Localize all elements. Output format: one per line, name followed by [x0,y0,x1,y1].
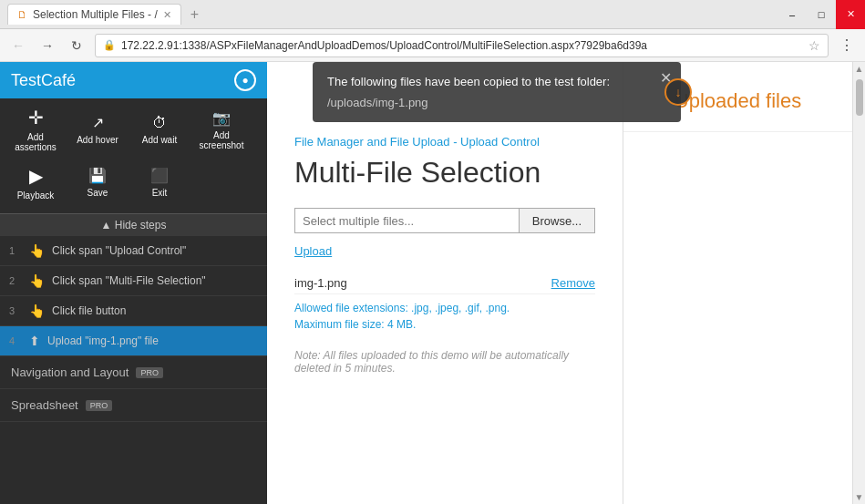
add-hover-label: Add hover [77,135,118,145]
step-text-3: Click file button [52,304,258,317]
hide-steps-label: ▲ Hide steps [101,219,167,231]
logo-bold: Test [11,71,41,89]
browser-window: 🗋 Selection Multiple Files - / ✕ + – □ ✕… [0,0,865,504]
step-item-1[interactable]: 1 👆 Click span "Upload Control" [0,236,267,266]
add-screenshot-label: Add screenshot [191,130,252,150]
menu-icon[interactable]: ⋮ [836,35,858,57]
tab-close-icon[interactable]: ✕ [163,9,171,21]
back-button[interactable]: ← [7,35,29,57]
add-hover-button[interactable]: ↗ Add hover [67,104,128,155]
browse-button[interactable]: Browse... [520,208,595,233]
page-inner: File Manager and File Upload - Upload Co… [267,117,623,393]
scroll-down-arrow[interactable]: ▼ [853,490,865,504]
nav-layout-label: Navigation and Layout [11,365,129,379]
step-icon-3: 👆 [29,303,45,318]
file-input-row: Browse... [294,208,595,233]
toolbar: ✛ Add assertions ↗ Add hover ⏱ Add wait … [0,98,267,213]
hide-steps-button[interactable]: ▲ Hide steps [0,213,267,236]
close-button[interactable]: ✕ [836,0,865,29]
add-screenshot-button[interactable]: 📷 Add screenshot [191,104,252,155]
allowed-ext-label: Allowed file extensions: [294,302,408,314]
step-text-4: Upload "img-1.png" file [47,334,258,347]
upload-link[interactable]: Upload [294,244,595,258]
allowed-extensions: Allowed file extensions: .jpg, .jpeg, .g… [294,302,595,314]
main-content: TestCafé ● ✛ Add assertions ↗ Add hover … [0,62,865,504]
new-tab-btn[interactable]: + [185,6,204,23]
file-select-input[interactable] [294,208,520,233]
save-label: Save [88,188,108,198]
save-icon: 💾 [88,167,107,184]
notification-icon: ↓ [664,78,692,106]
extensions-values: .jpg, .jpeg, .gif, .png. [411,302,510,314]
tab-title: Selection Multiple Files - / [33,8,158,21]
sidebar: TestCafé ● ✛ Add assertions ↗ Add hover … [0,62,267,504]
page-right-wrapper: ✕ The following files have been copied t… [267,62,865,504]
step-item-2[interactable]: 2 👆 Click span "Multi-File Selection" [0,266,267,296]
sidebar-record-indicator: ● [234,69,256,91]
step-num-3: 3 [9,305,22,316]
vertical-scrollbar[interactable]: ▲ ▼ [852,62,865,504]
step-item-4[interactable]: 4 ⬆ Upload "img-1.png" file [0,326,267,356]
add-wait-label: Add wait [142,135,177,145]
step-icon-1: 👆 [29,243,45,258]
add-hover-icon: ↗ [92,114,104,131]
reload-button[interactable]: ↻ [66,35,88,57]
step-icon-4: ⬆ [29,334,40,348]
bookmark-icon[interactable]: ☆ [808,38,820,53]
address-bar: ← → ↻ 🔒 172.22.2.91:1338/ASPxFileManager… [0,29,865,62]
add-assertions-icon: ✛ [28,107,44,129]
sidebar-header: TestCafé ● [0,62,267,98]
note-text: Note: All files uploaded to this demo wi… [294,349,595,375]
add-wait-button[interactable]: ⏱ Add wait [129,104,190,155]
save-button[interactable]: 💾 Save [67,157,128,208]
scroll-thumb[interactable] [856,79,863,116]
playback-label: Playback [17,190,55,201]
step-icon-2: 👆 [29,273,45,288]
max-size: Maximum file size: 4 MB. [294,318,595,331]
exit-label: Exit [152,188,168,198]
notification-path: /uploads/img-1.png [327,96,666,109]
step-num-2: 2 [9,275,22,286]
exit-button[interactable]: ⬛ Exit [129,157,190,208]
page-area: File Manager and File Upload - Upload Co… [267,62,623,504]
remove-link[interactable]: Remove [551,276,595,290]
step-item-3[interactable]: 3 👆 Click file button [0,296,267,326]
lock-icon: 🔒 [103,39,116,51]
add-assertions-button[interactable]: ✛ Add assertions [5,104,66,155]
nav-spreadsheet-label: Spreadsheet [11,398,78,412]
sidebar-nav-navigation-layout[interactable]: Navigation and Layout PRO [0,356,267,389]
maximize-button[interactable]: □ [807,0,836,29]
nav-layout-badge: PRO [136,367,163,378]
title-bar: 🗋 Selection Multiple Files - / ✕ + – □ ✕ [0,0,865,29]
sidebar-nav-spreadsheet[interactable]: Spreadsheet PRO [0,389,267,422]
browser-tab[interactable]: 🗋 Selection Multiple Files - / ✕ [7,4,181,25]
notification-wrapper: ✕ The following files have been copied t… [267,62,635,122]
right-panel: Uploaded files [623,62,852,504]
scroll-up-arrow[interactable]: ▲ [853,62,865,76]
file-name: img-1.png [294,276,347,290]
window-controls: – □ ✕ [777,0,865,29]
max-size-label: Maximum file size: [294,318,385,331]
forward-button[interactable]: → [36,35,58,57]
logo-light: Café [41,71,76,89]
minimize-button[interactable]: – [777,0,807,29]
add-wait-icon: ⏱ [152,115,167,131]
title-bar-content: 🗋 Selection Multiple Files - / ✕ + [0,4,777,25]
playback-button[interactable]: ▶ Playback [5,157,66,208]
sidebar-logo: TestCafé [11,71,76,90]
url-bar[interactable]: 🔒 172.22.2.91:1338/ASPxFileManagerAndUpl… [95,34,829,57]
add-assertions-label: Add assertions [5,132,66,152]
nav-spreadsheet-badge: PRO [86,400,113,411]
notification-message: The following files have been copied to … [327,75,666,88]
step-num-4: 4 [9,335,22,346]
step-text-2: Click span "Multi-File Selection" [52,274,258,287]
url-text: 172.22.2.91:1338/ASPxFileManagerAndUploa… [121,39,803,52]
playback-icon: ▶ [29,165,43,187]
steps-list: 1 👆 Click span "Upload Control" 2 👆 Clic… [0,236,267,504]
max-size-value: 4 MB. [387,318,416,331]
step-text-1: Click span "Upload Control" [52,244,258,257]
step-num-1: 1 [9,245,22,256]
tab-favicon: 🗋 [17,9,27,20]
breadcrumb: File Manager and File Upload - Upload Co… [294,135,595,149]
exit-icon: ⬛ [150,167,169,184]
